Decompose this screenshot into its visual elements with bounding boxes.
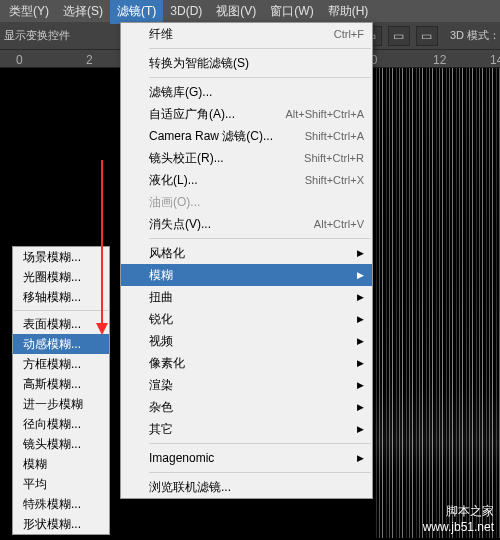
menu-1[interactable]: 选择(S) <box>56 0 110 24</box>
filter-item[interactable]: 模糊▶ <box>121 264 372 286</box>
blur-item[interactable]: 表面模糊... <box>13 314 109 334</box>
menuitem-label: 风格化 <box>149 245 185 262</box>
align-icon-3[interactable]: ▭ <box>416 26 438 46</box>
canvas-area[interactable] <box>375 68 500 538</box>
menuitem-label: 模糊 <box>23 456 47 473</box>
filter-item[interactable]: 液化(L)...Shift+Ctrl+X <box>121 169 372 191</box>
menuitem-label: 光圈模糊... <box>23 269 81 286</box>
menu-4[interactable]: 视图(V) <box>209 0 263 24</box>
filter-item[interactable]: 杂色▶ <box>121 396 372 418</box>
menuitem-label: 视频 <box>149 333 173 350</box>
blur-item[interactable]: 径向模糊... <box>13 414 109 434</box>
menuitem-label: 形状模糊... <box>23 516 81 533</box>
filter-item[interactable]: 扭曲▶ <box>121 286 372 308</box>
blur-submenu: 场景模糊...光圈模糊...移轴模糊...表面模糊...动感模糊...方框模糊.… <box>12 246 110 535</box>
menuitem-label: 自适应广角(A)... <box>149 106 235 123</box>
menuitem-label: 动感模糊... <box>23 336 81 353</box>
blur-item[interactable]: 光圈模糊... <box>13 267 109 287</box>
menuitem-label: 滤镜库(G)... <box>149 84 212 101</box>
menuitem-label: 纤维 <box>149 26 173 43</box>
menuitem-label: 特殊模糊... <box>23 496 81 513</box>
filter-item[interactable]: 消失点(V)...Alt+Ctrl+V <box>121 213 372 235</box>
menuitem-label: 转换为智能滤镜(S) <box>149 55 249 72</box>
blur-item[interactable]: 动感模糊... <box>13 334 109 354</box>
3d-mode-label: 3D 模式： <box>450 28 500 43</box>
menu-2[interactable]: 滤镜(T) <box>110 0 163 24</box>
submenu-arrow-icon: ▶ <box>357 336 364 346</box>
filter-item[interactable]: 风格化▶ <box>121 242 372 264</box>
submenu-arrow-icon: ▶ <box>357 270 364 280</box>
shortcut: Ctrl+F <box>334 28 364 40</box>
menuitem-label: 其它 <box>149 421 173 438</box>
menuitem-label: 进一步模糊 <box>23 396 83 413</box>
submenu-arrow-icon: ▶ <box>357 248 364 258</box>
menu-6[interactable]: 帮助(H) <box>321 0 376 24</box>
blur-item[interactable]: 平均 <box>13 474 109 494</box>
watermark: 脚本之家 www.jb51.net <box>423 503 494 534</box>
menuitem-label: 像素化 <box>149 355 185 372</box>
menu-5[interactable]: 窗口(W) <box>263 0 320 24</box>
menuitem-label: 场景模糊... <box>23 249 81 266</box>
filter-item[interactable]: 滤镜库(G)... <box>121 81 372 103</box>
blur-item[interactable]: 方框模糊... <box>13 354 109 374</box>
menuitem-label: 消失点(V)... <box>149 216 211 233</box>
menuitem-label: 平均 <box>23 476 47 493</box>
shortcut: Shift+Ctrl+A <box>305 130 364 142</box>
ruler-mark: 14 <box>490 53 500 67</box>
blur-item[interactable]: 移轴模糊... <box>13 287 109 307</box>
submenu-arrow-icon: ▶ <box>357 314 364 324</box>
shortcut: Alt+Ctrl+V <box>314 218 364 230</box>
submenu-arrow-icon: ▶ <box>357 453 364 463</box>
menu-0[interactable]: 类型(Y) <box>2 0 56 24</box>
filter-item[interactable]: 像素化▶ <box>121 352 372 374</box>
filter-menu-dropdown: 纤维Ctrl+F转换为智能滤镜(S)滤镜库(G)...自适应广角(A)...Al… <box>120 22 373 499</box>
filter-item[interactable]: 纤维Ctrl+F <box>121 23 372 45</box>
menuitem-label: 方框模糊... <box>23 356 81 373</box>
filter-item: 油画(O)... <box>121 191 372 213</box>
ruler-mark: 0 <box>16 53 23 67</box>
filter-item[interactable]: 锐化▶ <box>121 308 372 330</box>
menubar: 类型(Y)选择(S)滤镜(T)3D(D)视图(V)窗口(W)帮助(H) <box>0 0 500 22</box>
filter-item[interactable]: 渲染▶ <box>121 374 372 396</box>
shortcut: Shift+Ctrl+X <box>305 174 364 186</box>
menuitem-label: 表面模糊... <box>23 316 81 333</box>
filter-item[interactable]: 自适应广角(A)...Alt+Shift+Ctrl+A <box>121 103 372 125</box>
filter-item[interactable]: 视频▶ <box>121 330 372 352</box>
menuitem-label: 高斯模糊... <box>23 376 81 393</box>
blur-item[interactable]: 形状模糊... <box>13 514 109 534</box>
watermark-url: www.jb51.net <box>423 520 494 534</box>
menuitem-label: 模糊 <box>149 267 173 284</box>
filter-item[interactable]: 转换为智能滤镜(S) <box>121 52 372 74</box>
menuitem-label: 移轴模糊... <box>23 289 81 306</box>
waterfall-image <box>375 68 500 538</box>
align-icon-2[interactable]: ▭ <box>388 26 410 46</box>
filter-item[interactable]: 浏览联机滤镜... <box>121 476 372 498</box>
submenu-arrow-icon: ▶ <box>357 292 364 302</box>
filter-item[interactable]: 镜头校正(R)...Shift+Ctrl+R <box>121 147 372 169</box>
menuitem-label: 油画(O)... <box>149 194 200 211</box>
menuitem-label: 径向模糊... <box>23 416 81 433</box>
blur-item[interactable]: 特殊模糊... <box>13 494 109 514</box>
ruler-mark: 2 <box>86 53 93 67</box>
submenu-arrow-icon: ▶ <box>357 380 364 390</box>
filter-item[interactable]: Imagenomic▶ <box>121 447 372 469</box>
blur-item[interactable]: 场景模糊... <box>13 247 109 267</box>
menuitem-label: 液化(L)... <box>149 172 198 189</box>
blur-item[interactable]: 模糊 <box>13 454 109 474</box>
blur-item[interactable]: 镜头模糊... <box>13 434 109 454</box>
menuitem-label: 浏览联机滤镜... <box>149 479 231 496</box>
show-transform-controls-label: 显示变换控件 <box>4 28 70 43</box>
ruler-mark: 12 <box>433 53 446 67</box>
menuitem-label: 锐化 <box>149 311 173 328</box>
blur-item[interactable]: 进一步模糊 <box>13 394 109 414</box>
submenu-arrow-icon: ▶ <box>357 402 364 412</box>
submenu-arrow-icon: ▶ <box>357 358 364 368</box>
menu-3[interactable]: 3D(D) <box>163 0 209 22</box>
filter-item[interactable]: 其它▶ <box>121 418 372 440</box>
watermark-site: 脚本之家 <box>423 503 494 520</box>
menuitem-label: Camera Raw 滤镜(C)... <box>149 128 273 145</box>
blur-item[interactable]: 高斯模糊... <box>13 374 109 394</box>
filter-item[interactable]: Camera Raw 滤镜(C)...Shift+Ctrl+A <box>121 125 372 147</box>
menuitem-label: 镜头校正(R)... <box>149 150 224 167</box>
submenu-arrow-icon: ▶ <box>357 424 364 434</box>
